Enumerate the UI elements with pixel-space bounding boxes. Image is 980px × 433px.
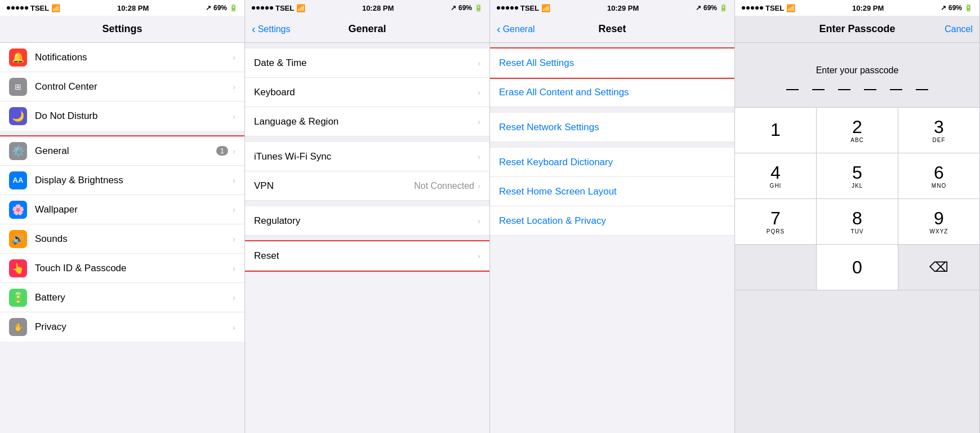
settings-item-dnd[interactable]: 🌙 Do Not Disturb — [0, 101, 244, 131]
key-6[interactable]: 6 MNO — [898, 153, 979, 198]
notifications-label: Notifications — [35, 52, 233, 63]
signal-dots-2 — [252, 6, 273, 10]
back-label-3: General — [503, 24, 535, 34]
passcode-dot-2 — [812, 89, 825, 90]
divider-p2-3 — [245, 236, 489, 241]
key-6-letters: MNO — [932, 183, 946, 189]
sounds-label: Sounds — [35, 233, 233, 245]
wifi-icon-4: 📶 — [786, 4, 795, 12]
back-chevron-3: ‹ — [497, 23, 501, 36]
settings-item-sounds[interactable]: 🔊 Sounds — [0, 224, 244, 254]
wallpaper-label: Wallpaper — [35, 204, 233, 215]
key-3[interactable]: 3 DEF — [898, 108, 979, 153]
general-item-itunes[interactable]: iTunes Wi-Fi Sync — [245, 142, 489, 171]
key-0[interactable]: 0 — [817, 245, 898, 290]
reset-group-2: Reset Network Settings — [490, 113, 734, 142]
cancel-button[interactable]: Cancel — [945, 24, 973, 34]
settings-item-touchid[interactable]: 👆 Touch ID & Passcode — [0, 254, 244, 283]
display-chevron — [233, 175, 235, 185]
settings-item-wallpaper[interactable]: 🌸 Wallpaper — [0, 195, 244, 224]
divider-p3-top — [490, 43, 734, 48]
key-4[interactable]: 4 GHI — [735, 153, 817, 198]
vpn-value: Not Connected — [414, 181, 474, 191]
panel-passcode: TSEL 📶 10:29 PM ↗ 69% 🔋 Enter Passcode C… — [735, 0, 980, 433]
general-item-keyboard[interactable]: Keyboard — [245, 78, 489, 107]
reset-item-home-screen[interactable]: Reset Home Screen Layout — [490, 177, 734, 206]
vpn-label: VPN — [254, 180, 414, 192]
wifi-icon-3: 📶 — [541, 4, 550, 12]
general-list: Date & Time Keyboard Language & Region i… — [245, 43, 489, 433]
general-item-datetime[interactable]: Date & Time — [245, 48, 489, 78]
back-to-general[interactable]: ‹ General — [497, 23, 535, 36]
key-4-letters: GHI — [770, 183, 782, 189]
numpad-row-2: 4 GHI 5 JKL 6 MNO — [735, 153, 979, 199]
key-2-letters: ABC — [850, 137, 864, 143]
battery-pct-4: 69% — [948, 4, 962, 12]
reset-chevron — [478, 251, 480, 260]
passcode-dot-6 — [916, 89, 928, 90]
vpn-chevron — [478, 181, 480, 191]
key-3-number: 3 — [934, 118, 944, 136]
battery-label: Battery — [35, 292, 233, 303]
status-right-1: ↗ 69% 🔋 — [206, 4, 238, 12]
key-7[interactable]: 7 PQRS — [735, 199, 817, 244]
location-icon-2: ↗ — [451, 4, 456, 12]
battery-icon-3: 🔋 — [719, 4, 728, 12]
privacy-icon: ✋ — [9, 318, 27, 336]
key-5[interactable]: 5 JKL — [817, 153, 898, 198]
settings-item-display[interactable]: AA Display & Brightness — [0, 166, 244, 195]
general-chevron — [233, 146, 235, 156]
carrier-4: TSEL — [765, 4, 784, 12]
key-8-letters: TUV — [851, 228, 864, 235]
settings-group-2: ⚙️ General 1 AA Display & Brightness 🌸 W… — [0, 136, 244, 342]
itunes-label: iTunes Wi-Fi Sync — [254, 151, 478, 162]
carrier-3: TSEL — [520, 4, 539, 12]
location-icon-3: ↗ — [696, 4, 701, 12]
reset-item-network[interactable]: Reset Network Settings — [490, 113, 734, 142]
reset-item-location-privacy[interactable]: Reset Location & Privacy — [490, 206, 734, 236]
delete-icon: ⌫ — [929, 259, 948, 275]
reset-group-3: Reset Keyboard Dictionary Reset Home Scr… — [490, 148, 734, 236]
battery-icon-4: 🔋 — [964, 4, 973, 12]
numpad-row-3: 7 PQRS 8 TUV 9 WXYZ — [735, 199, 979, 245]
key-9[interactable]: 9 WXYZ — [898, 199, 979, 244]
key-8-number: 8 — [852, 209, 862, 227]
divider-p2-1 — [245, 136, 489, 142]
back-to-settings[interactable]: ‹ Settings — [252, 23, 290, 36]
notifications-icon: 🔔 — [9, 48, 27, 67]
settings-item-control-center[interactable]: ⊞ Control Center — [0, 72, 244, 101]
reset-location-label: Reset Location & Privacy — [499, 215, 725, 227]
carrier-2: TSEL — [275, 4, 294, 12]
key-delete[interactable]: ⌫ — [898, 245, 979, 290]
wallpaper-chevron — [233, 205, 235, 214]
reset-item-keyboard-dict[interactable]: Reset Keyboard Dictionary — [490, 148, 734, 177]
signal-dots — [7, 6, 28, 10]
settings-item-notifications[interactable]: 🔔 Notifications — [0, 43, 244, 72]
general-item-reset[interactable]: Reset — [245, 241, 489, 271]
settings-item-privacy[interactable]: ✋ Privacy — [0, 312, 244, 342]
settings-item-battery[interactable]: 🔋 Battery — [0, 283, 244, 312]
divider-p3-2 — [490, 142, 734, 148]
reset-item-erase-all[interactable]: Erase All Content and Settings — [490, 78, 734, 107]
general-item-vpn[interactable]: VPN Not Connected — [245, 171, 489, 201]
status-right-3: ↗ 69% 🔋 — [696, 4, 728, 12]
general-item-language[interactable]: Language & Region — [245, 107, 489, 136]
key-8[interactable]: 8 TUV — [817, 199, 898, 244]
privacy-label: Privacy — [35, 321, 233, 333]
general-item-regulatory[interactable]: Regulatory — [245, 206, 489, 236]
signal-dots-4 — [742, 6, 763, 10]
settings-item-general[interactable]: ⚙️ General 1 — [0, 136, 244, 166]
carrier-1: TSEL — [30, 4, 49, 12]
control-center-label: Control Center — [35, 81, 233, 92]
key-1[interactable]: 1 — [735, 108, 817, 153]
key-4-number: 4 — [770, 164, 781, 182]
dnd-chevron — [233, 112, 235, 121]
nav-bar-general: ‹ Settings General — [245, 16, 489, 43]
key-2[interactable]: 2 ABC — [817, 108, 898, 153]
reset-item-all-settings[interactable]: Reset All Settings — [490, 48, 734, 78]
key-7-number: 7 — [770, 209, 781, 227]
key-9-number: 9 — [934, 209, 944, 227]
passcode-area: Enter your passcode 1 2 ABC 3 — [735, 43, 979, 433]
nav-title-passcode: Enter Passcode — [819, 23, 895, 35]
nav-bar-passcode: Enter Passcode Cancel — [735, 16, 979, 43]
